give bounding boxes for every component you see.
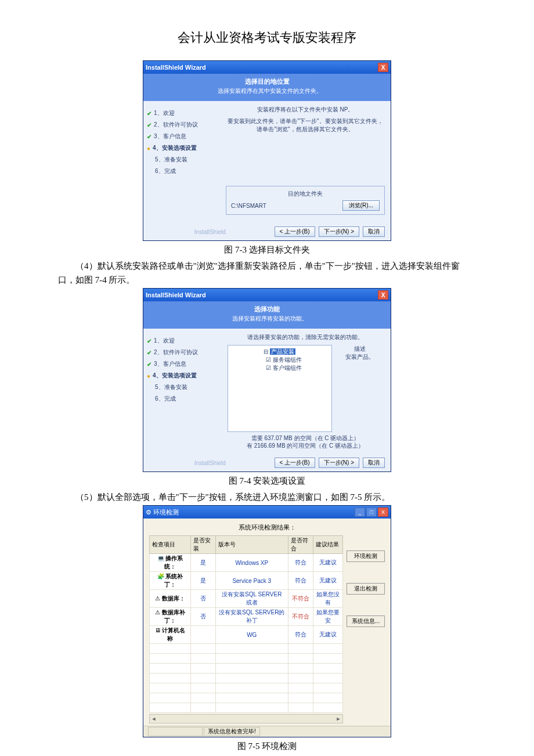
check-icon: ✔ (147, 338, 151, 344)
wizard-subheading: 选择安装程序在其中安装文件的文件夹。 (155, 87, 385, 95)
back-button[interactable]: < 上一步(B) (275, 458, 315, 468)
scroll-left-icon[interactable]: ◄ (150, 716, 158, 722)
step-customer: 3、客户信息 (154, 132, 186, 141)
check-icon: ✔ (147, 110, 151, 117)
table-row[interactable] (150, 683, 343, 693)
install-msg-2: 要安装到此文件夹，请单击"下一步"。要安装到其它文件夹，请单击"浏览"，然后选择… (226, 117, 385, 134)
step-list: ✔1、欢迎 ✔2、软件许可协议 ✔3、客户信息 ●4、安装选项设置 5、准备安装… (143, 329, 220, 454)
row-icon: 💻 (157, 555, 164, 561)
col-version[interactable]: 版本号 (215, 536, 288, 554)
col-match[interactable]: 是否符合 (288, 536, 313, 554)
row-icon: ⚠ (155, 595, 160, 602)
env-title: 环境检测 (153, 509, 179, 516)
desc-title: 描述 (337, 345, 383, 353)
status-text: 系统信息检查完毕! (204, 727, 260, 736)
col-suggest[interactable]: 建议结果 (313, 536, 342, 554)
env-result-label: 系统环境检测结果： (149, 523, 385, 532)
table-row[interactable]: 💻 操作系统：是Windows XP符合无建议 (150, 554, 343, 572)
disk-need: 需要 637.07 MB 的空间（在 C 驱动器上） (226, 434, 385, 442)
window-title: InstallShield Wizard (146, 64, 206, 71)
table-row[interactable] (150, 654, 343, 664)
close-icon[interactable]: X (378, 507, 388, 517)
gear-icon: ⚙ (146, 509, 151, 516)
row-icon: ⚠ (155, 609, 160, 615)
check-icon: ✔ (147, 350, 151, 356)
dest-path: C:\NFSMART (231, 203, 266, 209)
wizard-subheading: 选择安装程序将安装的功能。 (155, 315, 385, 323)
figure-caption-2: 图 7-4 安装选项设置 (58, 476, 476, 487)
h-scrollbar[interactable]: ◄ ► (149, 714, 343, 723)
env-table: 检查项目 是否安装 版本号 是否符合 建议结果 💻 操作系统：是Windows … (149, 535, 343, 713)
table-row[interactable] (150, 674, 343, 683)
brand-label: InstallShield (149, 229, 271, 235)
close-icon[interactable]: X (378, 63, 388, 72)
step-ready: 5、准备安装 (155, 156, 187, 164)
col-item[interactable]: 检查项目 (150, 536, 191, 554)
wizard-heading: 选择功能 (149, 305, 385, 314)
window-title: InstallShield Wizard (146, 291, 206, 298)
table-row[interactable]: 🧩 系统补丁：是Service Pack 3符合无建议 (150, 572, 343, 590)
table-row[interactable] (150, 664, 343, 674)
wizard-heading: 选择目的地位置 (149, 77, 385, 86)
env-check-window: ⚙ 环境检测 _ □ X 系统环境检测结果： 检查项目 是 (143, 505, 391, 737)
table-row[interactable] (150, 693, 343, 703)
close-icon[interactable]: X (378, 290, 388, 300)
next-button[interactable]: 下一步(N) > (319, 458, 360, 468)
col-installed[interactable]: 是否安装 (190, 536, 215, 554)
check-icon: ✔ (147, 361, 151, 368)
figure-caption-3: 图 7-5 环境检测 (58, 741, 476, 752)
table-row[interactable] (150, 644, 343, 654)
paragraph-5: （5）默认全部选项，单击"下一步"按钮，系统进入环境监测窗口，如图 7-5 所示… (58, 490, 476, 504)
step-license: 2、软件许可协议 (154, 348, 198, 357)
tree-client[interactable]: 客户端组件 (273, 365, 302, 371)
paragraph-4: （4）默认系统安装路径或单击"浏览"选择重新安装路径后，单击"下一步"按钮，进入… (58, 259, 476, 287)
figure-caption-1: 图 7-3 选择目标文件夹 (58, 244, 476, 255)
back-button[interactable]: < 上一步(B) (275, 226, 315, 237)
table-row[interactable]: ⚠ 数据库：否没有安装SQL SERVER 或者不符合如果您没有 (150, 590, 343, 608)
wizard-window-2: InstallShield Wizard X 选择功能 选择安装程序将安装的功能… (143, 288, 391, 472)
tree-root[interactable]: 产品安装 (270, 348, 295, 355)
check-icon: ✔ (147, 122, 151, 128)
cancel-button[interactable]: 取消 (363, 226, 385, 237)
table-row[interactable] (150, 703, 343, 713)
table-row[interactable]: 🖥 计算机名称WG符合无建议 (150, 626, 343, 644)
feature-msg: 请选择要安装的功能，清除无需安装的功能。 (226, 333, 385, 341)
sysinfo-button[interactable]: 系统信息... (347, 615, 385, 627)
cancel-button[interactable]: 取消 (363, 458, 385, 468)
disk-free: 有 2166.69 MB 的可用空间（在 C 驱动器上） (226, 442, 385, 449)
step-options: 4、安装选项设置 (153, 144, 197, 152)
current-step-icon: ● (147, 145, 150, 152)
check-icon: ✔ (147, 134, 151, 140)
current-step-icon: ● (147, 373, 150, 379)
page-title: 会计从业资格考试专版安装程序 (58, 29, 476, 46)
step-finish: 6、完成 (155, 167, 176, 175)
step-ready: 5、准备安装 (155, 383, 187, 391)
step-list: ✔1、欢迎 ✔2、软件许可协议 ✔3、客户信息 ●4、安装选项设置 5、准备安装… (143, 101, 220, 223)
row-icon: 🖥 (155, 627, 161, 633)
exit-check-button[interactable]: 退出检测 (347, 583, 385, 595)
row-icon: 🧩 (157, 573, 164, 579)
maximize-icon[interactable]: □ (366, 507, 377, 517)
minimize-icon[interactable]: _ (355, 507, 365, 517)
brand-label: InstallShield (149, 460, 271, 466)
scroll-right-icon[interactable]: ► (334, 716, 342, 722)
step-license: 2、软件许可协议 (154, 121, 198, 129)
env-check-button[interactable]: 环境检测 (347, 550, 385, 562)
install-msg-1: 安装程序将在以下文件夹中安装 NP。 (226, 106, 385, 114)
tree-server[interactable]: 服务端组件 (273, 357, 302, 363)
feature-tree[interactable]: ⊟ 产品安装 ☑ 服务端组件 ☑ 客户端组件 (228, 345, 332, 432)
browse-button[interactable]: 浏览(R)... (342, 200, 380, 211)
table-row[interactable]: ⚠ 数据库补丁：否没有安装SQL SERVER的补丁不符合如果您要安 (150, 608, 343, 626)
next-button[interactable]: 下一步(N) > (319, 226, 360, 237)
wizard-window-1: InstallShield Wizard X 选择目的地位置 选择安装程序在其中… (143, 60, 391, 241)
desc-body: 安装产品。 (337, 353, 383, 361)
step-welcome: 1、欢迎 (154, 109, 175, 117)
step-finish: 6、完成 (155, 395, 176, 403)
step-welcome: 1、欢迎 (154, 337, 175, 345)
step-customer: 3、客户信息 (154, 360, 186, 368)
step-options: 4、安装选项设置 (153, 372, 197, 380)
dest-label: 目的地文件夹 (231, 190, 380, 198)
